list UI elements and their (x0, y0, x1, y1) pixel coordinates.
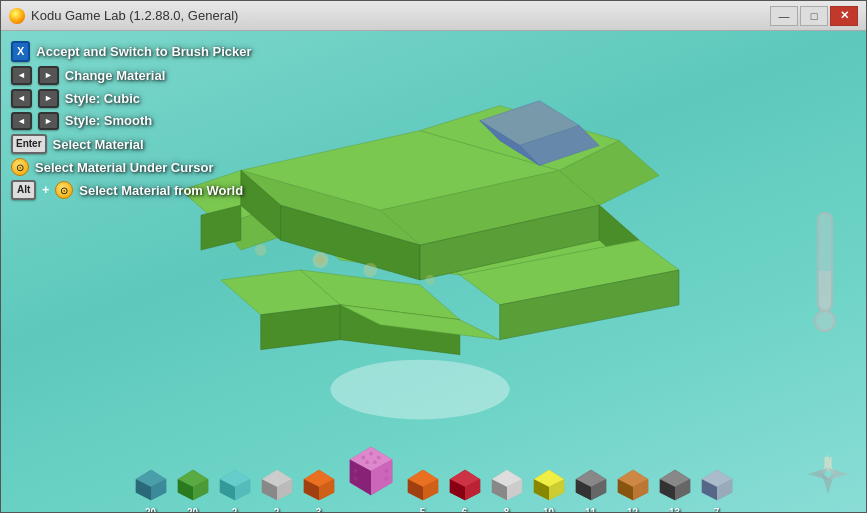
hud-row-select-cursor: ⊙ Select Material Under Cursor (11, 158, 252, 176)
material-cube-7[interactable]: 5 (404, 466, 442, 504)
svg-point-62 (384, 477, 388, 481)
material-cube-selected[interactable]: 4 (342, 442, 400, 504)
material-cube-4[interactable]: 2 (258, 466, 296, 504)
svg-point-20 (255, 244, 267, 256)
key-dpad-right-1: ► (38, 66, 59, 85)
cube-3d-1 (132, 466, 170, 504)
titlebar-left: Kodu Game Lab (1.2.88.0, General) (9, 8, 238, 24)
svg-text:N: N (824, 455, 833, 469)
compass: N (806, 452, 851, 497)
key-x-badge: X (11, 41, 30, 62)
material-cube-2[interactable]: 20 (174, 466, 212, 504)
thermometer-body (817, 212, 833, 312)
cube-number-7: 5 (420, 507, 426, 512)
material-cube-14[interactable]: 7 (698, 466, 736, 504)
cube-number-4: 2 (274, 507, 280, 512)
cube-3d-2 (174, 466, 212, 504)
cube-number-selected: 4 (368, 511, 374, 512)
hud-select-world-label: Select Material from World (79, 183, 243, 198)
cube-number-9: 8 (504, 507, 510, 512)
material-cube-10[interactable]: 10 (530, 466, 568, 504)
svg-point-52 (361, 456, 365, 460)
cube-number-2: 20 (187, 507, 198, 512)
svg-marker-97 (808, 468, 828, 480)
hud-row-style-smooth: ◄ ► Style: Smooth (11, 112, 252, 131)
thermometer-bulb (814, 310, 836, 332)
svg-point-56 (372, 460, 376, 464)
hud-accept-label: Accept and Switch to Brush Picker (36, 44, 251, 59)
hud-row-accept: X Accept and Switch to Brush Picker (11, 41, 252, 62)
svg-point-54 (376, 456, 380, 460)
titlebar: Kodu Game Lab (1.2.88.0, General) — □ ✕ (1, 1, 866, 31)
app-window: Kodu Game Lab (1.2.88.0, General) — □ ✕ (0, 0, 867, 513)
svg-point-59 (353, 477, 357, 481)
hud-style-cubic-label: Style: Cubic (65, 91, 140, 106)
cube-number-14: 7 (714, 507, 720, 512)
maximize-button[interactable]: □ (800, 6, 828, 26)
svg-point-21 (425, 275, 435, 285)
cube-3d-8 (446, 466, 484, 504)
cube-number-12: 12 (627, 507, 638, 512)
hud-row-style-cubic: ◄ ► Style: Cubic (11, 89, 252, 108)
key-dpad-right-3: ► (38, 112, 59, 131)
cube-3d-selected (342, 442, 400, 500)
key-enter-badge: Enter (11, 134, 47, 154)
material-cube-3[interactable]: 2 (216, 466, 254, 504)
hud-row-change-material: ◄ ► Change Material (11, 66, 252, 85)
hud-style-smooth-label: Style: Smooth (65, 113, 152, 128)
thermometer-fill (819, 271, 831, 309)
game-viewport[interactable]: X Accept and Switch to Brush Picker ◄ ► … (1, 31, 866, 512)
cube-3d-13 (656, 466, 694, 504)
key-dpad-left-3: ◄ (11, 112, 32, 131)
cube-3d-4 (258, 466, 296, 504)
hud-row-select-world: Alt + ⊙ Select Material from World (11, 180, 252, 200)
svg-marker-98 (828, 468, 848, 480)
svg-point-61 (384, 469, 388, 473)
cube-3d-9 (488, 466, 526, 504)
material-cube-9[interactable]: 8 (488, 466, 526, 504)
svg-point-19 (363, 263, 377, 277)
material-cube-8[interactable]: 6 (446, 466, 484, 504)
world-icon: ⊙ (55, 181, 73, 199)
cube-3d-11 (572, 466, 610, 504)
titlebar-title: Kodu Game Lab (1.2.88.0, General) (31, 8, 238, 23)
titlebar-controls: — □ ✕ (770, 6, 858, 26)
cube-3d-3 (216, 466, 254, 504)
material-cube-12[interactable]: 12 (614, 466, 652, 504)
svg-point-58 (353, 469, 357, 473)
close-button[interactable]: ✕ (830, 6, 858, 26)
cube-number-8: 6 (462, 507, 468, 512)
cube-number-13: 13 (669, 507, 680, 512)
cube-3d-5 (300, 466, 338, 504)
terrain-block-group (181, 101, 679, 420)
hud-select-cursor-label: Select Material Under Cursor (35, 160, 213, 175)
cube-3d-14 (698, 466, 736, 504)
cube-number-3: 2 (232, 507, 238, 512)
thermometer (814, 212, 836, 332)
cube-3d-12 (614, 466, 652, 504)
cube-3d-10 (530, 466, 568, 504)
key-dpad-right-2: ► (38, 89, 59, 108)
cube-number-1: 20 (145, 507, 156, 512)
cursor-icon: ⊙ (11, 158, 29, 176)
hud-controls-panel: X Accept and Switch to Brush Picker ◄ ► … (11, 41, 252, 200)
material-toolbar: 20 20 (132, 442, 736, 504)
material-cube-1[interactable]: 20 (132, 466, 170, 504)
hud-select-material-label: Select Material (53, 137, 144, 152)
cube-number-11: 11 (585, 507, 596, 512)
svg-point-29 (330, 360, 509, 420)
cube-number-5: 3 (316, 507, 322, 512)
cube-3d-7 (404, 466, 442, 504)
material-cube-5[interactable]: 3 (300, 466, 338, 504)
svg-point-18 (316, 256, 324, 264)
key-dpad-left-2: ◄ (11, 89, 32, 108)
svg-point-53 (369, 452, 373, 456)
material-cube-13[interactable]: 13 (656, 466, 694, 504)
material-cube-11[interactable]: 11 (572, 466, 610, 504)
key-dpad-left-1: ◄ (11, 66, 32, 85)
hud-plus-separator: + (42, 183, 49, 197)
key-alt-badge: Alt (11, 180, 36, 200)
minimize-button[interactable]: — (770, 6, 798, 26)
svg-point-55 (365, 460, 369, 464)
hud-row-select-material: Enter Select Material (11, 134, 252, 154)
